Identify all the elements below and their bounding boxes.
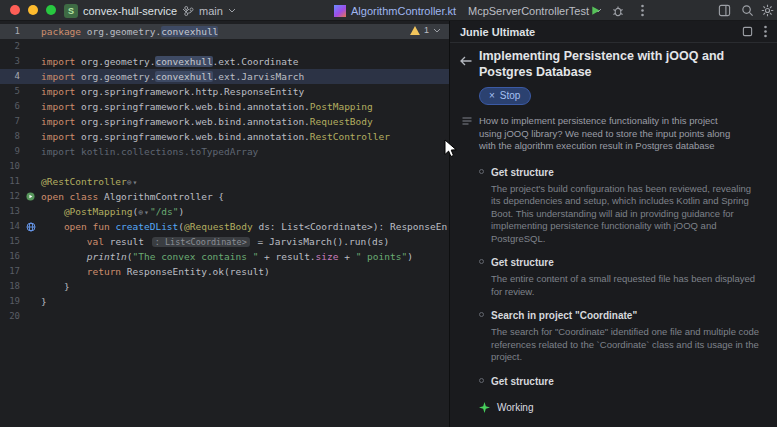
line-number[interactable]: 5 [0,84,20,99]
line-number[interactable]: 16 [0,249,20,264]
line-number[interactable]: 8 [0,129,20,144]
junie-conversation[interactable]: Implementing Persistence with jOOQ and P… [450,43,777,413]
line-number[interactable]: 19 [0,294,20,309]
line-number[interactable]: 14 [0,219,20,234]
code-text: val result : List<Coordinate> = JarvisMa… [41,234,389,249]
search-everywhere-button[interactable] [737,0,757,21]
step-bullet-icon [479,169,484,174]
line-number[interactable]: 13 [0,204,20,219]
project-widget[interactable]: S convex-hull-service [64,0,190,21]
play-icon [590,5,601,16]
agent-step[interactable]: Get structure [479,375,763,388]
run-gutter-icon [26,192,35,201]
code-line[interactable]: 17 return ResponseEntity.ok(result) [0,264,449,279]
code-line[interactable]: 9import kotlin.collections.toTypedArray [0,144,449,159]
file-tab[interactable]: AlgorithmController.kt [334,0,456,21]
code-text: @PostMapping(⊕▾"/ds") [41,204,184,219]
line-number[interactable]: 18 [0,279,20,294]
warning-icon [410,26,420,35]
tool-windows-button[interactable] [714,0,734,21]
kebab-menu-icon [641,4,644,17]
editor-lines: 1package org.geometry.convexhull23import… [0,24,449,324]
code-line[interactable]: 7import org.springframework.web.bind.ann… [0,114,449,129]
agent-steps: Get structureThe project's build configu… [479,166,763,388]
run-configuration-selector[interactable]: McpServerControllerTest [468,0,602,21]
line-number[interactable]: 11 [0,174,20,189]
line-number[interactable]: 4 [0,69,20,84]
kotlin-file-icon [334,5,346,17]
line-number[interactable]: 6 [0,99,20,114]
gutter [20,159,41,174]
code-line[interactable]: 13 @PostMapping(⊕▾"/ds") [0,204,449,219]
code-line[interactable]: 19} [0,294,449,309]
back-button[interactable] [460,52,472,80]
gutter [20,54,41,69]
code-line[interactable]: 8import org.springframework.web.bind.ann… [0,129,449,144]
code-line[interactable]: 11@RestController⊕▾ [0,174,449,189]
code-text: open class AlgorithmController { [41,189,224,204]
code-text: } [41,279,70,294]
step-title: Search in project "Coordinate" [491,309,763,322]
gutter [20,129,41,144]
agent-step[interactable]: Get structureThe project's build configu… [479,166,763,246]
code-text: import org.geometry.convexhull.ext.Coord… [41,54,298,69]
line-number[interactable]: 17 [0,264,20,279]
run-gutter-icon[interactable] [20,189,41,204]
step-title: Get structure [491,166,763,179]
close-window-button[interactable] [10,5,20,15]
code-text: import kotlin.collections.toTypedArray [41,144,258,159]
chevron-down-icon[interactable] [433,28,441,33]
globe-gutter-icon[interactable] [20,219,41,234]
back-arrow-icon [460,56,472,66]
line-number[interactable]: 15 [0,234,20,249]
line-number[interactable]: 1 [0,24,20,39]
code-editor[interactable]: 1 1package org.geometry.convexhull23impo… [0,21,449,427]
new-window-icon[interactable] [742,26,753,37]
code-line[interactable]: 10 [0,159,449,174]
line-number[interactable]: 9 [0,144,20,159]
agent-step[interactable]: Get structureThe entire content of a sma… [479,256,763,298]
line-number[interactable]: 20 [0,309,20,324]
code-line[interactable]: 6import org.springframework.web.bind.ann… [0,99,449,114]
line-number[interactable]: 10 [0,159,20,174]
code-line[interactable]: 2 [0,39,449,54]
run-button[interactable] [585,0,605,21]
line-number[interactable]: 3 [0,54,20,69]
line-number[interactable]: 2 [0,39,20,54]
debug-button[interactable] [608,0,628,21]
line-number[interactable]: 12 [0,189,20,204]
code-line[interactable]: 16 println("The convex contains " + resu… [0,249,449,264]
settings-button[interactable] [757,0,777,21]
code-text: package org.geometry.convexhull [41,24,218,39]
search-icon [741,4,754,17]
inspections-widget[interactable]: 1 [410,25,441,35]
gutter [20,39,41,54]
step-body: The search for "Coordinate" identified o… [491,326,763,364]
code-line[interactable]: 3import org.geometry.convexhull.ext.Coor… [0,54,449,69]
junie-panel-title: Junie Ultimate [460,26,535,38]
code-line[interactable]: 14 open fun createDList(@RequestBody ds:… [0,219,449,234]
more-run-options-button[interactable] [632,0,652,21]
task-list-icon [462,117,472,125]
junie-panel: Junie Ultimate Implementing Persistence … [449,21,777,427]
code-line[interactable]: 18 } [0,279,449,294]
more-options-icon[interactable] [764,25,767,38]
user-message: How to implement persistence functionali… [462,115,763,153]
vcs-branch-widget[interactable]: main [183,0,236,21]
step-bullet-icon [479,312,484,317]
inspection-count: 1 [424,25,429,35]
zoom-window-button[interactable] [46,5,56,15]
step-body: The entire content of a small requested … [491,273,763,298]
code-line[interactable]: 5import org.springframework.http.Respons… [0,84,449,99]
gear-icon [761,4,774,17]
code-line[interactable]: 4import org.geometry.convexhull.ext.Jarv… [0,69,449,84]
minimize-window-button[interactable] [28,5,38,15]
agent-step[interactable]: Search in project "Coordinate"The search… [479,309,763,364]
code-line[interactable]: 20 [0,309,449,324]
stop-button[interactable]: × Stop [479,87,531,105]
code-line[interactable]: 1package org.geometry.convexhull [0,24,449,39]
code-line[interactable]: 15 val result : List<Coordinate> = Jarvi… [0,234,449,249]
step-title: Get structure [491,256,763,269]
line-number[interactable]: 7 [0,114,20,129]
code-line[interactable]: 12open class AlgorithmController { [0,189,449,204]
